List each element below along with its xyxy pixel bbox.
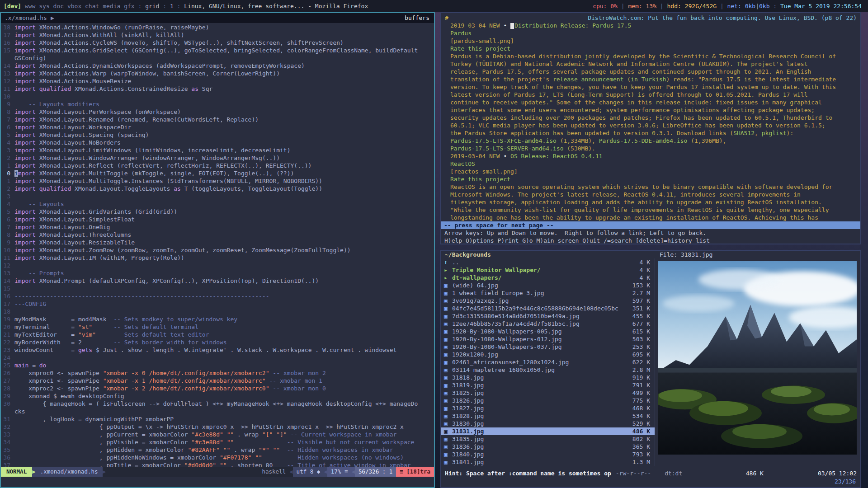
file-row[interactable]: ▣1920x1200.jpg695 K (441, 351, 655, 358)
file-size: 919 K (626, 374, 655, 381)
link[interactable]: in Turkish (631, 76, 666, 83)
link[interactable]: Pardus-17.5-LTS-XFCE-amd64.iso (450, 137, 557, 144)
separator: | (618, 3, 628, 9)
file-row[interactable]: ▣31819.jpg791 K (441, 381, 655, 389)
file-name: 31825.jpg (452, 389, 626, 397)
file-size: 499 K (626, 389, 655, 397)
code-line: 4import XMonad.Layout.NoBorders (1, 139, 434, 146)
vim-window[interactable]: .x/xmonad.hs▶ buffers 18import XMonad.Ac… (0, 12, 435, 488)
file-row[interactable]: ▣31841.jpg1.3 M (441, 458, 655, 466)
file-name: 1920x1200.jpg (452, 351, 626, 358)
link[interactable]: Distribution Release: Pardus 17.5 (514, 22, 631, 29)
file-row[interactable]: ▣1920-By-1080-Wallpapers-005.jpg615 K (441, 328, 655, 335)
file-row[interactable]: ▣31830.jpg529 K (441, 420, 655, 427)
link[interactable]: Rate this project (450, 176, 510, 183)
link[interactable]: release announcement (553, 76, 624, 83)
file-size: 365 K (626, 443, 655, 450)
workspace-item[interactable]: doc (50, 3, 64, 9)
lynx-toolbar-hash[interactable]: # (445, 14, 448, 21)
browser-line: Pardus-17.5-LTS-XFCE-amd64.iso (1,334MB)… (450, 137, 860, 145)
link[interactable]: Pardus (450, 30, 472, 37)
workspace-item[interactable]: www (21, 3, 35, 9)
browser-line: release, Pardus 17.5, offers several pac… (450, 68, 860, 75)
file-size: 677 K (626, 320, 655, 328)
file-row[interactable]: ▣31831.jpg486 K (441, 427, 655, 435)
code-line: 5import XMonad.Layout.Spacing (spacing) (1, 131, 434, 139)
link[interactable]: OS Release: ReactOS 0.4.11 (510, 153, 603, 160)
browser-line: translation of the project's release ann… (450, 75, 860, 83)
file-row[interactable]: ▸dt-wallpapers/4 K (441, 274, 655, 282)
file-row[interactable]: ▣31836.jpg365 K (441, 443, 655, 450)
file-size: 153 K (626, 282, 655, 289)
browser-line: Pardus-17.5-LTS-SERVER-amd64.iso (530MB)… (450, 145, 860, 152)
code-line: 0import XMonad.Layout.MultiToggle (mkTog… (1, 169, 434, 177)
code-line: 7import XMonad.Layout.OneBig (1, 223, 434, 231)
code-line: 10 (1, 93, 434, 100)
workspace-item[interactable]: vbox (64, 3, 81, 9)
file-size: 695 K (626, 351, 655, 358)
file-row[interactable]: ▣3vo91g7azxqz.jpg597 K (441, 297, 655, 305)
text: ): (787, 130, 794, 136)
file-row[interactable]: ▣02461_africansunset_1280x1024.jpg622 K (441, 358, 655, 366)
file-row[interactable]: ▣04fc7e45d58115b2a9fe446c8c658886b694e10… (441, 305, 655, 312)
vifm-window[interactable]: ~/Backgrounds File: 31831.jpg ⬆..4 K▸Tri… (440, 250, 861, 488)
code-line: 13import XMonad.Actions.Warp (warpToWind… (1, 70, 434, 77)
bar-left: [dev] www sys doc vbox chat media gfx : … (4, 0, 368, 12)
vifm-preview-title: File: 31831.jpg (655, 251, 860, 258)
file-row[interactable]: ▣31826.jpg775 K (441, 397, 655, 404)
file-row[interactable]: ▣31840.jpg793 K (441, 450, 655, 458)
file-row[interactable]: ▣1 wheat field Europe 3.jpg2.7 M (441, 289, 655, 297)
text: interfaces that some end users encounter… (450, 107, 815, 113)
file-row[interactable]: ▣1920-By-1080-Wallpapers-012.jpg503 K (441, 335, 655, 343)
workspace-item[interactable]: gfx (120, 3, 134, 9)
file-name: dt-wallpapers/ (452, 274, 626, 282)
workspace-item[interactable]: sys (35, 3, 49, 9)
stat-net: net: 0kb|0kb (727, 3, 770, 9)
browser-line: Rate this project (450, 45, 860, 52)
bar-layout-indicator[interactable]: grid (145, 3, 159, 9)
vim-tab-xmonad[interactable]: .x/xmonad.hs (1, 14, 51, 21)
text: • (503, 22, 510, 29)
text: • (503, 153, 510, 160)
code-line: 36 , ppHiddenNoWindows = xmobarColor "#F… (1, 454, 434, 461)
workspace-item[interactable]: media (99, 3, 120, 9)
buffers-label[interactable]: buffers (405, 13, 429, 23)
file-row[interactable]: ▣31825.jpg499 K (441, 389, 655, 397)
browser-line: "While the community wish-list for quali… (450, 206, 860, 214)
workspace-item[interactable]: chat (81, 3, 99, 9)
link[interactable]: Pardus-17.5-LTS-SERVER-amd64.iso (450, 145, 563, 152)
link[interactable]: Pardus-17.5-DDE-amd64.iso (599, 137, 688, 144)
link[interactable]: SHA512 (733, 130, 755, 136)
code-line: 24 (1, 354, 434, 361)
code-line: cks (1, 408, 434, 415)
vim-command-line (1, 477, 434, 487)
link[interactable]: Rate this project (450, 45, 510, 52)
image-file-icon: ▣ (444, 404, 452, 412)
text: Pardus is a Debian-based distribution jo… (450, 53, 836, 60)
file-row[interactable]: ▣7d3c13155880e514a8d6d70510be449a.jpg455… (441, 312, 655, 320)
separator-icon: ◀ (351, 467, 355, 477)
vifm-file-date: 03/05 12:02 (818, 469, 857, 477)
file-row[interactable]: ▣12ee746bb85735f1a7a4cd4d7f581b5c.jpg677… (441, 320, 655, 328)
file-row[interactable]: ▣31828.jpg534 K (441, 412, 655, 420)
statusline-position: 56/326 : 1 (355, 467, 396, 477)
file-row[interactable]: ▣31827.jpg468 K (441, 404, 655, 412)
file-row[interactable]: ▣31835.jpg802 K (441, 435, 655, 443)
browser-line: Rate this project (450, 175, 860, 183)
file-row[interactable]: ▣1920-By-1080-Wallpapers-037.jpg253 K (441, 343, 655, 351)
separator-icon: ▶ (103, 467, 106, 477)
file-row[interactable]: ▣31818.jpg919 K (441, 374, 655, 381)
text: translation of the project's (450, 76, 553, 83)
file-row[interactable]: ▣03114_mapletree_1680x1050.jpg2.8 M (441, 366, 655, 374)
code-line: 7import XMonad.Layout.Renamed (renamed, … (1, 116, 434, 123)
lynx-window[interactable]: # DistroWatch.com: Put the fun back into… (440, 12, 861, 244)
code-line: 26 xmproc0 <- spawnPipe "xmobar -x 0 /ho… (1, 369, 434, 377)
file-name: 31826.jpg (452, 397, 626, 404)
file-row[interactable]: ▸Triple Monitor Wallpaper/4 K (441, 266, 655, 274)
link[interactable]: ReactOS (450, 160, 475, 167)
separator: : (159, 3, 170, 9)
workspace-current[interactable]: [dev] (4, 3, 21, 9)
file-row[interactable]: ▣(wide) 64.jpg153 K (441, 282, 655, 289)
link[interactable]: pkglist (762, 130, 787, 136)
file-row[interactable]: ⬆..4 K (441, 258, 655, 266)
